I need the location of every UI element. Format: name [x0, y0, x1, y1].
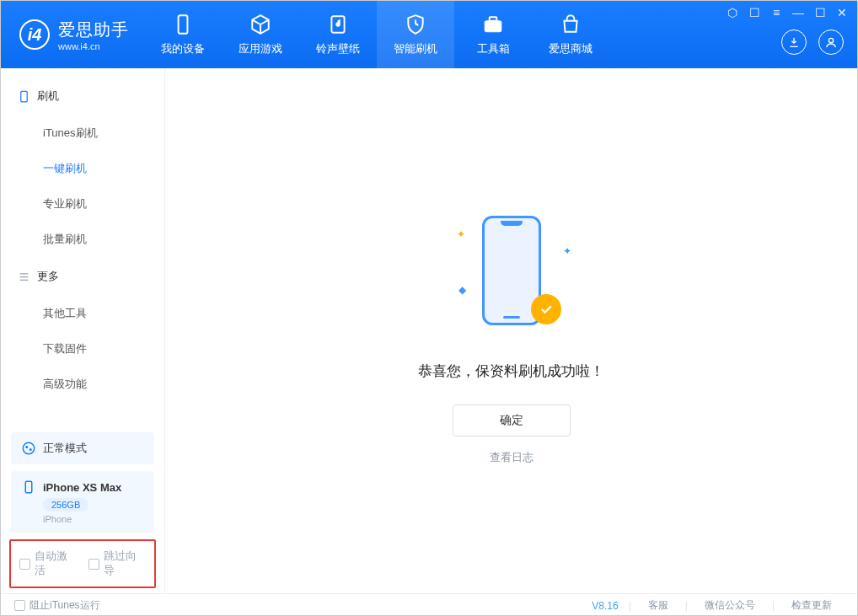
main-tabs: 我的设备 应用游戏 铃声壁纸 智能刷机 工具箱 爱思商城: [144, 1, 609, 68]
tab-label: 智能刷机: [394, 41, 437, 56]
tab-toolbox[interactable]: 工具箱: [454, 1, 532, 68]
device-card[interactable]: iPhone XS Max 256GB iPhone: [11, 471, 154, 533]
lock-icon[interactable]: ☐: [748, 6, 761, 19]
svg-rect-3: [490, 17, 497, 20]
sidebar-item-itunes-flash[interactable]: iTunes刷机: [1, 115, 164, 151]
tab-my-device[interactable]: 我的设备: [144, 1, 222, 68]
checkbox-auto-activate[interactable]: 自动激活: [19, 549, 77, 578]
title-bar: i4 爱思助手 www.i4.cn 我的设备 应用游戏 铃声壁纸 智能刷机 工具…: [1, 1, 857, 68]
menu-icon[interactable]: ≡: [770, 6, 783, 19]
svg-rect-0: [179, 15, 188, 34]
tab-label: 爱思商城: [549, 41, 593, 56]
tab-flash[interactable]: 智能刷机: [377, 1, 454, 68]
minimize-button[interactable]: —: [791, 6, 805, 19]
tab-ringtones[interactable]: 铃声壁纸: [299, 1, 377, 68]
view-log-link[interactable]: 查看日志: [490, 450, 534, 465]
tab-label: 铃声壁纸: [316, 41, 360, 56]
sidebar-item-advanced[interactable]: 高级功能: [1, 367, 164, 402]
list-icon: [18, 271, 30, 283]
ok-button[interactable]: 确定: [453, 404, 571, 437]
device-type: iPhone: [43, 514, 72, 524]
music-icon: [326, 13, 350, 36]
svg-rect-9: [25, 481, 32, 493]
svg-rect-5: [21, 91, 28, 102]
maximize-button[interactable]: ☐: [813, 6, 827, 19]
status-bar: 阻止iTunes运行 V8.16 | 客服 | 微信公众号 | 检查更新: [1, 593, 857, 616]
shield-icon: [404, 13, 427, 36]
tshirt-icon[interactable]: ⬡: [726, 6, 739, 19]
main-content: ✦ ✦ ◆ 恭喜您，保资料刷机成功啦！ 确定 查看日志: [165, 68, 857, 593]
checkbox-icon: [88, 559, 99, 570]
sidebar-item-batch-flash[interactable]: 批量刷机: [1, 222, 164, 257]
sidebar-item-onekey-flash[interactable]: 一键刷机: [1, 151, 164, 186]
sidebar-group-title: 刷机: [37, 88, 59, 104]
logo-icon: i4: [19, 19, 50, 50]
footer-link-support[interactable]: 客服: [636, 598, 680, 613]
check-icon: [531, 294, 561, 324]
checkbox-icon: [19, 559, 30, 570]
sidebar-item-other-tools[interactable]: 其他工具: [1, 296, 164, 331]
options-box: 自动激活 跳过向导: [9, 539, 156, 588]
sidebar-group-flash: 刷机: [1, 77, 164, 115]
close-button[interactable]: ✕: [835, 6, 849, 19]
user-button[interactable]: [818, 29, 844, 55]
footer-link-update[interactable]: 检查更新: [780, 598, 844, 613]
sidebar-group-more: 更多: [1, 257, 164, 296]
success-illustration: ✦ ✦ ◆: [457, 212, 566, 338]
checkbox-icon: [14, 600, 25, 611]
svg-point-8: [29, 448, 32, 451]
header-actions: [781, 29, 844, 55]
svg-point-4: [829, 38, 833, 42]
tab-label: 工具箱: [477, 41, 510, 56]
tab-label: 我的设备: [161, 41, 205, 56]
sidebar-group-title: 更多: [37, 269, 59, 284]
app-logo: i4 爱思助手 www.i4.cn: [1, 1, 144, 68]
checkbox-skip-guide[interactable]: 跳过向导: [88, 549, 146, 578]
mode-label: 正常模式: [43, 441, 87, 456]
sidebar-item-download-firmware[interactable]: 下载固件: [1, 331, 164, 367]
app-subtitle: www.i4.cn: [58, 41, 129, 51]
device-name: iPhone XS Max: [43, 481, 121, 494]
tab-apps[interactable]: 应用游戏: [222, 1, 299, 68]
checkbox-block-itunes[interactable]: 阻止iTunes运行: [14, 598, 100, 613]
svg-rect-2: [485, 21, 501, 32]
app-title: 爱思助手: [58, 19, 129, 41]
success-title: 恭喜您，保资料刷机成功啦！: [418, 362, 604, 381]
version-label: V8.16: [592, 600, 618, 612]
device-icon: [21, 479, 36, 495]
tab-store[interactable]: 爱思商城: [532, 1, 609, 68]
toolbox-icon: [481, 13, 505, 36]
checkbox-label: 自动激活: [35, 549, 77, 578]
mode-card[interactable]: 正常模式: [11, 432, 154, 464]
bag-icon: [559, 13, 582, 36]
checkbox-label: 跳过向导: [104, 549, 146, 578]
sidebar: 刷机 iTunes刷机 一键刷机 专业刷机 批量刷机 更多 其他工具 下载固件 …: [1, 68, 165, 593]
window-controls: ⬡ ☐ ≡ — ☐ ✕: [726, 6, 849, 19]
svg-point-6: [23, 442, 35, 454]
tab-label: 应用游戏: [239, 41, 282, 56]
download-button[interactable]: [781, 29, 807, 55]
phone-icon: [18, 90, 30, 103]
sidebar-item-pro-flash[interactable]: 专业刷机: [1, 186, 164, 222]
mode-icon: [21, 441, 36, 456]
checkbox-label: 阻止iTunes运行: [29, 598, 100, 613]
footer-link-wechat[interactable]: 微信公众号: [693, 598, 767, 613]
device-icon: [171, 13, 195, 36]
device-capacity: 256GB: [43, 498, 88, 512]
cube-icon: [249, 13, 272, 36]
svg-point-7: [25, 446, 28, 448]
